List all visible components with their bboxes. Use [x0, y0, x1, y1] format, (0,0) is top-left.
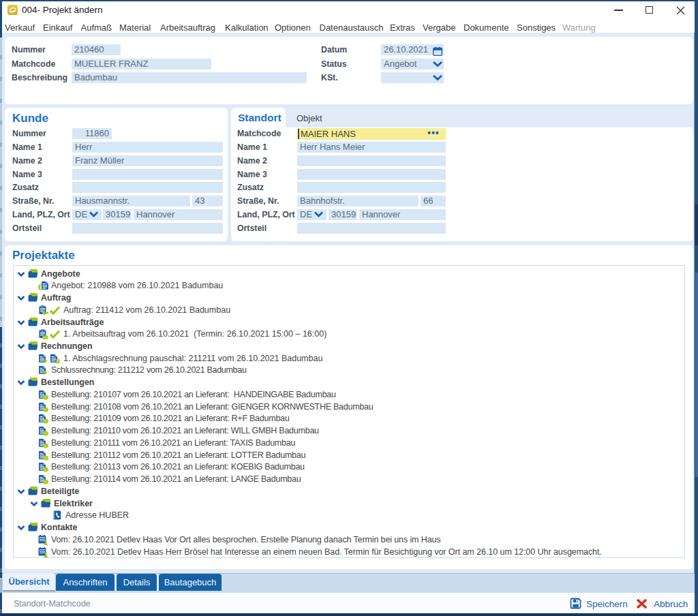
svg-text:€: €: [38, 283, 43, 291]
